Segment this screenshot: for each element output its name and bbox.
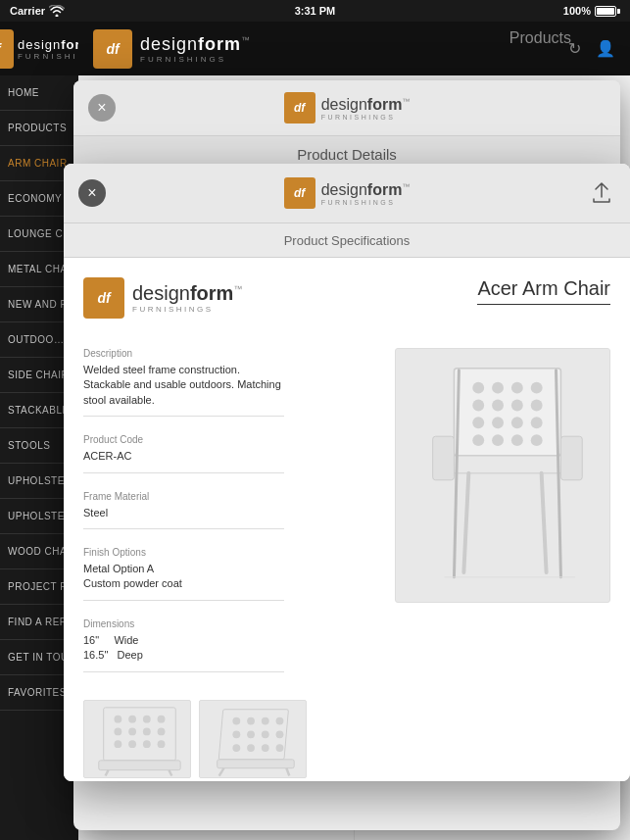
specs-doc-logo-box: df — [83, 277, 124, 319]
status-bar: Carrier 3:31 PM 100% — [0, 0, 630, 22]
specs-thumb-2 — [199, 700, 307, 778]
user-icon[interactable]: 👤 — [596, 39, 615, 58]
modal-product-specifications[interactable]: × df designform™ FURNISHINGS Product Spe… — [64, 164, 630, 781]
specs-main-content: Description Welded steel frame construct… — [83, 348, 610, 690]
svg-line-40 — [169, 770, 171, 776]
specs-tagline: FURNISHINGS — [321, 199, 411, 206]
carrier-wifi: Carrier — [10, 5, 65, 17]
svg-point-32 — [143, 728, 151, 736]
svg-point-37 — [158, 740, 166, 748]
product-details-title: Product Details — [297, 146, 397, 163]
specs-header: × df designform™ FURNISHINGS — [64, 164, 630, 223]
specs-doc-logo: df designform™ FURNISHINGS — [83, 277, 242, 319]
specs-share-button[interactable] — [588, 179, 615, 207]
svg-rect-54 — [218, 760, 295, 768]
app-background: df designform FURNISHINGS HOME PRODUCTS … — [0, 22, 630, 840]
specs-value-code: ACER-AC — [83, 449, 284, 472]
svg-point-43 — [247, 717, 255, 725]
specs-row-code: Product Code ACER-AC — [83, 434, 284, 472]
svg-rect-17 — [450, 456, 566, 473]
svg-point-44 — [262, 717, 269, 725]
header-tagline: FURNISHINGS — [140, 55, 251, 64]
sidebar-item-home[interactable]: HOME — [0, 75, 78, 111]
specs-title: Product Specifications — [284, 233, 411, 248]
svg-line-21 — [542, 473, 547, 572]
specs-row-dimensions: Dimensions 16" Wide 16.5" Deep — [83, 618, 284, 672]
specs-product-title: Acer Arm Chair — [477, 277, 610, 305]
svg-rect-0 — [454, 369, 560, 456]
svg-point-5 — [472, 400, 484, 412]
product-details-header: × df designform™ FURNISHINGS — [73, 80, 620, 136]
svg-point-46 — [232, 731, 240, 739]
modal-logo-box: df — [284, 92, 315, 124]
svg-point-26 — [114, 716, 121, 723]
svg-point-3 — [511, 382, 523, 394]
specs-document: df designform™ FURNISHINGS Acer Arm Chai… — [64, 258, 630, 781]
specs-thumb-1 — [83, 700, 191, 778]
specs-title-area: Product Specifications — [64, 223, 630, 258]
specs-row-description: Description Welded steel frame construct… — [83, 348, 284, 417]
thumb-chair-side — [84, 700, 190, 777]
svg-point-10 — [492, 418, 504, 429]
specs-row-frame: Frame Material Steel — [83, 491, 284, 529]
thumb-chair-angle — [200, 700, 306, 777]
specs-label-description: Description — [83, 348, 284, 359]
svg-point-16 — [531, 434, 543, 446]
specs-table: Description Welded steel frame construct… — [83, 348, 284, 672]
svg-rect-38 — [99, 761, 180, 770]
svg-point-36 — [143, 740, 151, 748]
svg-point-14 — [492, 434, 504, 446]
specs-label-frame: Frame Material — [83, 491, 284, 502]
svg-point-1 — [472, 382, 484, 394]
svg-line-20 — [463, 473, 468, 572]
svg-point-33 — [158, 728, 166, 736]
svg-point-42 — [232, 717, 240, 725]
specs-value-frame: Steel — [83, 506, 284, 529]
svg-line-56 — [286, 768, 289, 776]
modal-tagline: FURNISHINGS — [321, 114, 411, 121]
specs-label-code: Product Code — [83, 434, 284, 445]
status-time: 3:31 PM — [295, 5, 336, 17]
svg-point-13 — [472, 434, 484, 446]
svg-point-12 — [531, 418, 543, 429]
header-logo-box: df — [93, 29, 132, 69]
svg-point-50 — [232, 744, 240, 752]
svg-rect-18 — [433, 436, 455, 480]
svg-point-51 — [247, 744, 255, 752]
svg-point-29 — [158, 716, 166, 723]
sidebar-item-products[interactable]: PRODUCTS — [0, 111, 78, 146]
battery-area: 100% — [563, 5, 620, 17]
svg-point-27 — [128, 716, 136, 723]
specs-main-image — [395, 348, 610, 603]
battery-icon — [595, 6, 620, 17]
specs-close-button[interactable]: × — [78, 179, 106, 207]
svg-point-35 — [128, 740, 136, 748]
carrier-text: Carrier — [10, 5, 45, 17]
specs-value-finish: Metal Option ACustom powder coat — [83, 562, 284, 601]
svg-point-11 — [511, 418, 523, 429]
svg-point-2 — [492, 382, 504, 394]
svg-rect-25 — [104, 708, 176, 761]
modal-brand: designform™ — [321, 96, 411, 114]
svg-point-31 — [128, 728, 136, 736]
svg-point-45 — [276, 717, 284, 725]
svg-point-52 — [262, 744, 269, 752]
svg-point-4 — [531, 382, 543, 394]
specs-row-finish: Finish Options Metal Option ACustom powd… — [83, 547, 284, 601]
specs-logo: df designform™ FURNISHINGS — [106, 177, 588, 209]
svg-point-49 — [276, 731, 284, 739]
product-details-close-button[interactable]: × — [88, 94, 116, 122]
specs-label-dimensions: Dimensions — [83, 618, 284, 629]
bg-products-label: Products — [509, 29, 571, 47]
specs-label-finish: Finish Options — [83, 547, 284, 558]
chair-illustration — [396, 349, 609, 602]
specs-content[interactable]: df designform™ FURNISHINGS Acer Arm Chai… — [64, 258, 630, 781]
specs-logo-box: df — [284, 177, 315, 209]
svg-point-34 — [114, 740, 121, 748]
product-details-logo: df designform™ FURNISHINGS — [116, 92, 578, 124]
specs-thumbnails — [83, 700, 610, 778]
specs-value-description: Welded steel frame construction. Stackab… — [83, 363, 284, 417]
svg-point-53 — [276, 744, 284, 752]
svg-point-30 — [114, 728, 121, 736]
specs-doc-tagline: FURNISHINGS — [132, 305, 242, 314]
